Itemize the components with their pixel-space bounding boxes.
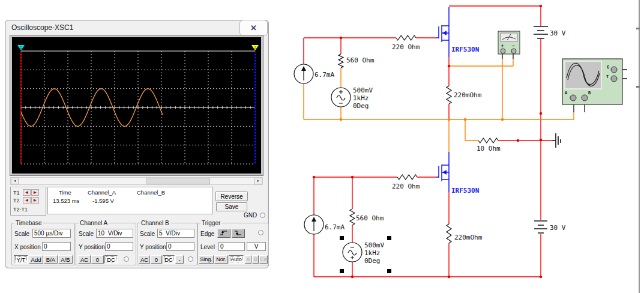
resistor-560ohm-bottom[interactable] (350, 209, 355, 225)
timebase-xpos-input[interactable] (42, 242, 71, 251)
timebase-mode-ba[interactable]: B/A (44, 255, 58, 264)
channel-b-dc-button[interactable]: DC (163, 255, 175, 264)
channel-b-radio[interactable] (188, 256, 193, 262)
scroll-right-arrow[interactable]: ► (254, 178, 262, 184)
oscilloscope-icon[interactable]: G T A B (562, 59, 622, 104)
title-bar[interactable]: Oscilloscope-XSC1 ✕ (5, 20, 268, 35)
readout-header-channel-a: Channel_A (88, 189, 116, 196)
t1-right-button[interactable]: ► (31, 189, 39, 196)
channel-b-minus-button[interactable]: - (175, 255, 184, 264)
resistor-560ohm-top[interactable] (339, 54, 343, 68)
channel-b-zero-button[interactable]: 0 (151, 255, 162, 264)
channel-a-scale-label: Scale (79, 231, 94, 237)
trigger-radio[interactable] (258, 230, 263, 235)
channel-b-ypos-input[interactable] (166, 242, 194, 251)
t2-label: T2 (13, 198, 20, 204)
scope-bezel: 12 (10, 35, 263, 175)
junction-dot (464, 118, 466, 121)
ac-source-bottom[interactable] (343, 243, 362, 262)
channel-b-ac-button[interactable]: AC (139, 255, 150, 264)
readout-time-value: 13.523 ms (53, 198, 79, 204)
label-vac-top-1: 500mV (353, 86, 373, 94)
current-source-top[interactable] (294, 64, 313, 83)
readout-panel: Time Channel_A Channel_B 13.523 ms -1.59… (47, 187, 213, 214)
junction-dot (540, 5, 542, 7)
rising-edge-icon (218, 229, 229, 237)
gnd-label: GND (244, 212, 257, 219)
t1-left-button[interactable]: ◄ (23, 189, 31, 196)
junction-dot (313, 176, 315, 178)
t2-left-button[interactable]: ◄ (23, 197, 31, 204)
timebase-mode-add[interactable]: Add (29, 255, 43, 264)
channel-a-group: Channel A Scale Y position AC 0 DC (76, 220, 136, 265)
channel-b-scale-label: Scale (140, 231, 155, 237)
trigger-sing-button[interactable]: Sing. (199, 255, 214, 264)
timebase-scale-input[interactable] (32, 229, 71, 238)
label-vac-bot-1: 500mV (364, 241, 384, 249)
label-r560-bot: 560 Ohm (356, 214, 384, 222)
channel-a-radio[interactable] (124, 256, 129, 262)
ground-icon[interactable] (556, 133, 561, 148)
scroll-left-arrow[interactable]: ◄ (11, 178, 19, 184)
resistor-220ohm-top[interactable] (396, 35, 416, 40)
trigger-level-input[interactable] (218, 242, 245, 251)
trigger-auto-button[interactable]: Auto (229, 255, 244, 264)
trigger-falling-edge-button[interactable] (232, 229, 245, 238)
save-button[interactable]: Save (216, 202, 247, 211)
resistor-220mohm-top[interactable] (447, 86, 451, 104)
trigger-nor-button[interactable]: Nor. (214, 255, 228, 264)
edge-tick (636, 28, 640, 29)
scope-hscrollbar[interactable]: ◄ ► (10, 177, 263, 185)
trigger-level-unit: V (247, 242, 266, 251)
resistor-10ohm[interactable] (478, 138, 498, 143)
trigger-ext-button[interactable]: Ext (259, 255, 268, 264)
scroll-thumb[interactable] (146, 178, 210, 184)
junction-dot (448, 118, 450, 121)
timebase-scale-label: Scale (14, 231, 29, 237)
junction-dot (517, 139, 519, 142)
cursor-1-number: 1 (20, 45, 22, 49)
mosfet-irf530n-top[interactable] (436, 7, 449, 57)
reverse-button[interactable]: Reverse (215, 192, 248, 201)
channel-a-ypos-label: Y position (79, 244, 105, 250)
gnd-terminal[interactable] (260, 213, 265, 218)
label-r220m-bot: 220mOhm (454, 234, 483, 241)
channel-a-zero-button[interactable]: 0 (91, 255, 104, 264)
multimeter-minus-label: − (511, 43, 515, 49)
battery-30v-bottom[interactable] (534, 221, 547, 233)
junction-dot (351, 176, 354, 178)
trigger-b-button[interactable]: B (252, 255, 259, 264)
multimeter-icon[interactable]: + − (498, 31, 520, 54)
close-button[interactable]: ✕ (239, 20, 268, 36)
resistor-220ohm-bottom[interactable] (397, 175, 417, 180)
resistors-group[interactable] (339, 35, 498, 243)
current-source-bottom[interactable] (304, 215, 324, 234)
scope-terminal-t-label: T (606, 74, 609, 79)
channel-a-legend: Channel A (79, 220, 109, 226)
junction-dot (540, 112, 542, 115)
channel-a-ac-button[interactable]: AC (78, 255, 91, 264)
mosfet-irf530n-bottom[interactable] (436, 152, 449, 192)
trigger-legend: Trigger (200, 220, 221, 226)
trigger-level-label: Level (200, 244, 215, 250)
trigger-group: Trigger Edge Level V Sing. Nor. Auto A B… (197, 220, 269, 265)
timebase-mode-yt[interactable]: Y/T (14, 255, 28, 264)
scope-terminal-b-label: B (588, 91, 591, 95)
channel-a-scale-input[interactable] (96, 229, 133, 238)
trigger-a-button[interactable]: A (245, 255, 251, 264)
falling-edge-icon (233, 229, 244, 237)
junction-dot (501, 118, 504, 121)
t2-right-button[interactable]: ► (31, 197, 39, 204)
channel-a-ypos-input[interactable] (105, 242, 133, 251)
channel-a-dc-button[interactable]: DC (104, 255, 118, 264)
ac-source-top[interactable] (331, 88, 351, 107)
label-r560-top: 560 Ohm (346, 56, 375, 64)
junction-dot (351, 276, 354, 278)
resistor-220mohm-bottom[interactable] (447, 224, 451, 243)
t2t1-label: T2-T1 (13, 207, 28, 213)
channel-b-scale-input[interactable] (157, 229, 194, 238)
battery-30v-top[interactable] (534, 26, 548, 38)
scope-display: 12 (12, 37, 260, 172)
timebase-mode-ab[interactable]: A/B (58, 255, 73, 264)
trigger-rising-edge-button[interactable] (217, 229, 230, 238)
